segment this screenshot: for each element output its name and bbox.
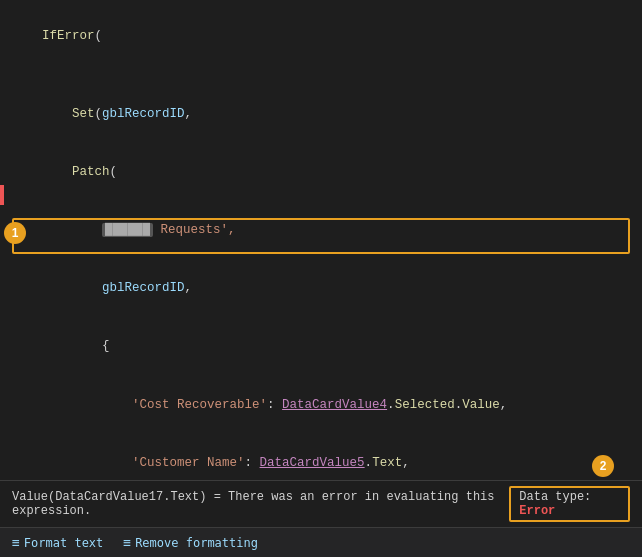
code-line: gblRecordID, [12,260,630,318]
badge-2: 2 [592,455,614,477]
remove-formatting-icon: ≡ [123,535,131,550]
code-editor[interactable]: IfError( Set(gblRecordID, Patch( ██████ … [0,0,642,490]
format-text-label: Format text [24,536,103,550]
error-type-label: Data type: Error [519,490,591,518]
error-type-value: Error [519,504,555,518]
error-type-box: Data type: Error [509,486,630,522]
error-indicator [0,185,4,205]
code-line: Set(gblRecordID, [12,86,630,144]
code-line: { [12,318,630,376]
code-line: ██████ Requests', [12,202,630,260]
code-line: 'Cost Recoverable': DataCardValue4.Selec… [12,376,630,434]
format-text-button[interactable]: ≡ Format text [12,535,103,550]
code-line: Patch( [12,144,630,202]
code-line: IfError( [12,8,630,66]
badge-1: 1 [4,222,26,244]
format-text-icon: ≡ [12,535,20,550]
remove-formatting-label: Remove formatting [135,536,258,550]
code-line [12,66,630,85]
remove-formatting-button[interactable]: ≡ Remove formatting [123,535,258,550]
status-text: Value(DataCardValue17.Text) = There was … [12,490,509,518]
status-bar: Value(DataCardValue17.Text) = There was … [0,480,642,527]
bottom-toolbar: ≡ Format text ≡ Remove formatting [0,527,642,557]
